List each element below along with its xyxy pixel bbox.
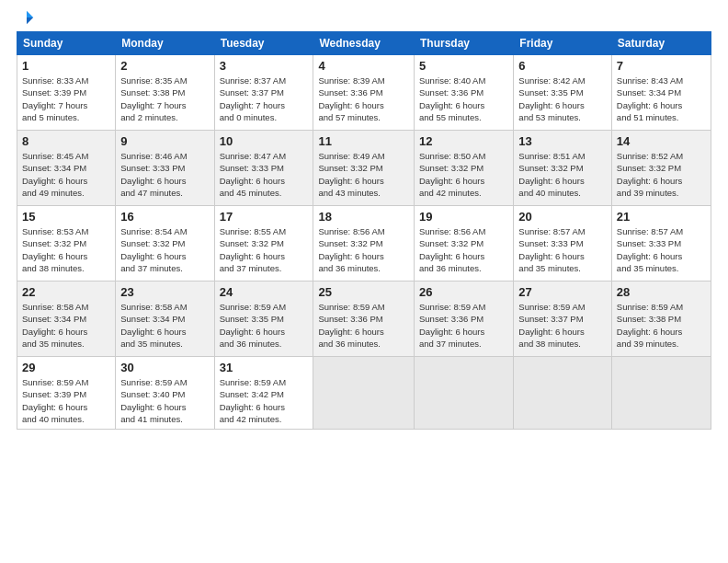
day-number: 2 <box>120 59 209 73</box>
calendar-cell: 27 Sunrise: 8:59 AMSunset: 3:37 PMDaylig… <box>514 282 612 357</box>
weekday-header-sunday: Sunday <box>17 32 116 55</box>
day-info: Sunrise: 8:59 AMSunset: 3:35 PMDaylight:… <box>220 301 309 350</box>
day-number: 17 <box>220 210 309 224</box>
calendar-cell: 15 Sunrise: 8:53 AMSunset: 3:32 PMDaylig… <box>17 206 116 282</box>
weekday-header-thursday: Thursday <box>415 32 514 55</box>
calendar-cell: 11 Sunrise: 8:49 AMSunset: 3:32 PMDaylig… <box>313 131 415 206</box>
calendar-cell: 21 Sunrise: 8:57 AMSunset: 3:33 PMDaylig… <box>611 206 711 282</box>
day-info: Sunrise: 8:56 AMSunset: 3:32 PMDaylight:… <box>419 225 508 274</box>
day-info: Sunrise: 8:46 AMSunset: 3:33 PMDaylight:… <box>120 150 209 199</box>
day-number: 12 <box>419 134 508 148</box>
day-info: Sunrise: 8:58 AMSunset: 3:34 PMDaylight:… <box>120 301 209 350</box>
day-info: Sunrise: 8:59 AMSunset: 3:37 PMDaylight:… <box>518 301 607 350</box>
day-number: 19 <box>419 210 508 224</box>
calendar-cell: 20 Sunrise: 8:57 AMSunset: 3:33 PMDaylig… <box>514 206 612 282</box>
weekday-header-saturday: Saturday <box>611 32 711 55</box>
svg-marker-0 <box>27 11 33 17</box>
calendar-cell: 26 Sunrise: 8:59 AMSunset: 3:36 PMDaylig… <box>415 282 514 357</box>
day-info: Sunrise: 8:45 AMSunset: 3:34 PMDaylight:… <box>22 150 110 199</box>
calendar-cell: 17 Sunrise: 8:55 AMSunset: 3:32 PMDaylig… <box>214 206 313 282</box>
calendar-cell: 18 Sunrise: 8:56 AMSunset: 3:32 PMDaylig… <box>313 206 415 282</box>
day-info: Sunrise: 8:54 AMSunset: 3:32 PMDaylight:… <box>120 225 209 274</box>
calendar-cell: 2 Sunrise: 8:35 AMSunset: 3:38 PMDayligh… <box>116 55 214 131</box>
day-number: 9 <box>120 134 209 148</box>
day-info: Sunrise: 8:37 AMSunset: 3:37 PMDaylight:… <box>220 75 309 123</box>
day-info: Sunrise: 8:50 AMSunset: 3:32 PMDaylight:… <box>419 150 508 199</box>
calendar-table: SundayMondayTuesdayWednesdayThursdayFrid… <box>17 31 711 430</box>
weekday-header-tuesday: Tuesday <box>214 32 313 55</box>
day-number: 5 <box>419 59 508 73</box>
calendar-cell-empty <box>611 357 711 430</box>
day-number: 28 <box>617 285 706 299</box>
weekday-header-monday: Monday <box>116 32 214 55</box>
day-info: Sunrise: 8:35 AMSunset: 3:38 PMDaylight:… <box>120 75 209 123</box>
day-number: 11 <box>318 134 409 148</box>
day-number: 1 <box>22 59 110 73</box>
calendar-cell: 16 Sunrise: 8:54 AMSunset: 3:32 PMDaylig… <box>116 206 214 282</box>
day-info: Sunrise: 8:33 AMSunset: 3:39 PMDaylight:… <box>22 75 110 123</box>
calendar-cell: 8 Sunrise: 8:45 AMSunset: 3:34 PMDayligh… <box>17 131 116 206</box>
day-info: Sunrise: 8:59 AMSunset: 3:36 PMDaylight:… <box>419 301 508 350</box>
day-number: 27 <box>518 285 607 299</box>
day-info: Sunrise: 8:59 AMSunset: 3:39 PMDaylight:… <box>22 376 110 425</box>
day-number: 6 <box>518 59 607 73</box>
calendar-cell: 19 Sunrise: 8:56 AMSunset: 3:32 PMDaylig… <box>415 206 514 282</box>
day-number: 7 <box>617 59 706 73</box>
day-number: 20 <box>518 210 607 224</box>
calendar-cell: 5 Sunrise: 8:40 AMSunset: 3:36 PMDayligh… <box>415 55 514 131</box>
day-number: 21 <box>617 210 706 224</box>
day-info: Sunrise: 8:59 AMSunset: 3:40 PMDaylight:… <box>120 376 209 425</box>
calendar-cell: 24 Sunrise: 8:59 AMSunset: 3:35 PMDaylig… <box>214 282 313 357</box>
calendar-cell-empty <box>313 357 415 430</box>
day-number: 24 <box>220 285 309 299</box>
day-number: 16 <box>120 210 209 224</box>
calendar-cell: 28 Sunrise: 8:59 AMSunset: 3:38 PMDaylig… <box>611 282 711 357</box>
day-number: 25 <box>318 285 409 299</box>
day-info: Sunrise: 8:52 AMSunset: 3:32 PMDaylight:… <box>617 150 706 199</box>
calendar-cell: 6 Sunrise: 8:42 AMSunset: 3:35 PMDayligh… <box>514 55 612 131</box>
calendar-cell: 30 Sunrise: 8:59 AMSunset: 3:40 PMDaylig… <box>116 357 214 430</box>
day-info: Sunrise: 8:42 AMSunset: 3:35 PMDaylight:… <box>518 75 607 123</box>
day-info: Sunrise: 8:49 AMSunset: 3:32 PMDaylight:… <box>318 150 409 199</box>
weekday-header-friday: Friday <box>514 32 612 55</box>
day-info: Sunrise: 8:40 AMSunset: 3:36 PMDaylight:… <box>419 75 508 123</box>
calendar-cell: 23 Sunrise: 8:58 AMSunset: 3:34 PMDaylig… <box>116 282 214 357</box>
calendar-cell: 14 Sunrise: 8:52 AMSunset: 3:32 PMDaylig… <box>611 131 711 206</box>
calendar-cell: 1 Sunrise: 8:33 AMSunset: 3:39 PMDayligh… <box>17 55 116 131</box>
day-info: Sunrise: 8:55 AMSunset: 3:32 PMDaylight:… <box>220 225 309 274</box>
logo-flag-icon <box>18 9 35 26</box>
day-number: 15 <box>22 210 110 224</box>
calendar-cell: 10 Sunrise: 8:47 AMSunset: 3:33 PMDaylig… <box>214 131 313 206</box>
day-number: 23 <box>120 285 209 299</box>
day-number: 10 <box>220 134 309 148</box>
calendar-cell: 13 Sunrise: 8:51 AMSunset: 3:32 PMDaylig… <box>514 131 612 206</box>
day-number: 4 <box>318 59 409 73</box>
weekday-header-row: SundayMondayTuesdayWednesdayThursdayFrid… <box>17 32 711 55</box>
day-number: 3 <box>220 59 309 73</box>
day-info: Sunrise: 8:57 AMSunset: 3:33 PMDaylight:… <box>518 225 607 274</box>
day-info: Sunrise: 8:53 AMSunset: 3:32 PMDaylight:… <box>22 225 110 274</box>
day-number: 8 <box>22 134 110 148</box>
day-number: 26 <box>419 285 508 299</box>
calendar-cell: 22 Sunrise: 8:58 AMSunset: 3:34 PMDaylig… <box>17 282 116 357</box>
day-info: Sunrise: 8:47 AMSunset: 3:33 PMDaylight:… <box>220 150 309 199</box>
day-info: Sunrise: 8:51 AMSunset: 3:32 PMDaylight:… <box>518 150 607 199</box>
calendar-cell: 31 Sunrise: 8:59 AMSunset: 3:42 PMDaylig… <box>214 357 313 430</box>
day-info: Sunrise: 8:43 AMSunset: 3:34 PMDaylight:… <box>617 75 706 123</box>
day-info: Sunrise: 8:59 AMSunset: 3:42 PMDaylight:… <box>220 376 309 425</box>
calendar-cell: 7 Sunrise: 8:43 AMSunset: 3:34 PMDayligh… <box>611 55 711 131</box>
calendar-cell-empty <box>514 357 612 430</box>
header <box>17 9 711 24</box>
day-info: Sunrise: 8:57 AMSunset: 3:33 PMDaylight:… <box>617 225 706 274</box>
calendar-cell: 12 Sunrise: 8:50 AMSunset: 3:32 PMDaylig… <box>415 131 514 206</box>
calendar-cell: 25 Sunrise: 8:59 AMSunset: 3:36 PMDaylig… <box>313 282 415 357</box>
day-number: 30 <box>120 361 209 374</box>
calendar-cell-empty <box>415 357 514 430</box>
calendar-cell: 3 Sunrise: 8:37 AMSunset: 3:37 PMDayligh… <box>214 55 313 131</box>
day-number: 31 <box>220 361 309 374</box>
day-info: Sunrise: 8:39 AMSunset: 3:36 PMDaylight:… <box>318 75 409 123</box>
day-number: 14 <box>617 134 706 148</box>
day-info: Sunrise: 8:56 AMSunset: 3:32 PMDaylight:… <box>318 225 409 274</box>
svg-marker-1 <box>27 17 33 24</box>
logo <box>17 9 35 24</box>
